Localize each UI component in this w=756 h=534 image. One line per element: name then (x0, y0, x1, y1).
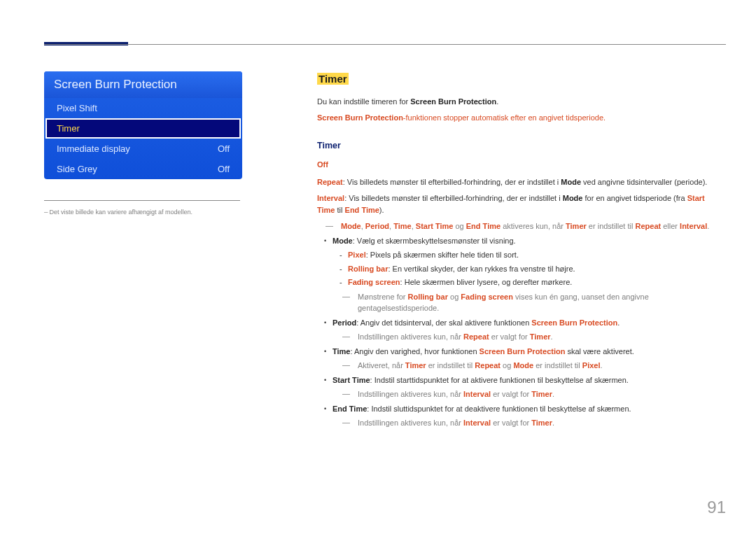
settings-menu: Screen Burn Protection Pixel Shift Timer… (44, 71, 242, 179)
dash-icon: ― (44, 209, 48, 216)
grey-note-2: Mønstrene for Rolling bar og Fading scre… (342, 291, 723, 314)
menu-item-pixel-shift[interactable]: Pixel Shift (44, 98, 242, 118)
interval-line: Interval: Vis billedets mønster til efte… (317, 192, 723, 216)
endtime-sublist: End Time: Indstil sluttidspunktet for at… (324, 403, 723, 415)
section-heading: Timer (317, 71, 723, 87)
grey-note-6: Indstillingen aktiveres kun, når Interva… (342, 417, 723, 429)
left-column: Screen Burn Protection Pixel Shift Timer… (44, 71, 242, 217)
model-note: ―Det viste billede kan variere afhængigt… (44, 208, 242, 217)
menu-title: Screen Burn Protection (44, 71, 242, 98)
period-sublist: Period: Angiv det tidsinterval, der skal… (324, 317, 723, 329)
menu-item-label: Immediate display (57, 143, 130, 154)
fading-screen-line: Fading screen: Hele skærmen bliver lyser… (340, 276, 723, 288)
menu-item-side-grey[interactable]: Side Grey Off (44, 159, 242, 179)
right-column: Timer Du kan indstille timeren for Scree… (317, 71, 723, 432)
menu-item-value: Off (218, 143, 230, 154)
grey-note-4: Aktiveret, når Timer er indstillet til R… (342, 360, 723, 372)
note-divider (44, 200, 240, 201)
mode-line: Mode: Vælg et skærmbeskyttelsesmønster t… (324, 235, 723, 288)
menu-item-label: Timer (57, 123, 80, 134)
grey-note-5: Indstillingen aktiveres kun, når Interva… (342, 388, 723, 400)
page: Screen Burn Protection Pixel Shift Timer… (0, 0, 756, 534)
menu-item-label: Side Grey (57, 164, 97, 174)
intro-line-1: Du kan indstille timeren for Screen Burn… (317, 96, 723, 108)
grey-note-3: Indstillingen aktiveres kun, når Repeat … (342, 331, 723, 343)
endtime-line: End Time: Indstil sluttidspunktet for at… (324, 403, 723, 415)
grey-note-1: Mode, Period, Time, Start Time og End Ti… (326, 220, 723, 232)
top-divider (44, 44, 726, 45)
intro-line-2: Screen Burn Protection-funktionen stoppe… (317, 112, 723, 124)
starttime-sublist: Start Time: Indstil starttidspunktet for… (324, 374, 723, 386)
repeat-line: Repeat: Vis billedets mønster til efterb… (317, 176, 723, 188)
menu-item-value: Off (218, 164, 230, 174)
time-line: Time: Angiv den varighed, hvor funktione… (324, 346, 723, 358)
menu-item-label: Pixel Shift (57, 103, 97, 113)
mode-sublist: Mode: Vælg et skærmbeskyttelsesmønster t… (324, 235, 723, 288)
page-number: 91 (707, 498, 726, 517)
rolling-bar-line: Rolling bar: En vertikal skyder, der kan… (340, 263, 723, 275)
period-line: Period: Angiv det tidsinterval, der skal… (324, 317, 723, 329)
mode-dash-list: Pixel: Pixels på skærmen skifter hele ti… (340, 249, 723, 288)
starttime-line: Start Time: Indstil starttidspunktet for… (324, 374, 723, 386)
menu-item-timer[interactable]: Timer (46, 118, 241, 139)
subsection-heading: Timer (317, 139, 723, 153)
menu-item-immediate-display[interactable]: Immediate display Off (44, 139, 242, 159)
pixel-line: Pixel: Pixels på skærmen skifter hele ti… (340, 249, 723, 261)
option-off: Off (317, 159, 723, 171)
time-sublist: Time: Angiv den varighed, hvor funktione… (324, 346, 723, 358)
